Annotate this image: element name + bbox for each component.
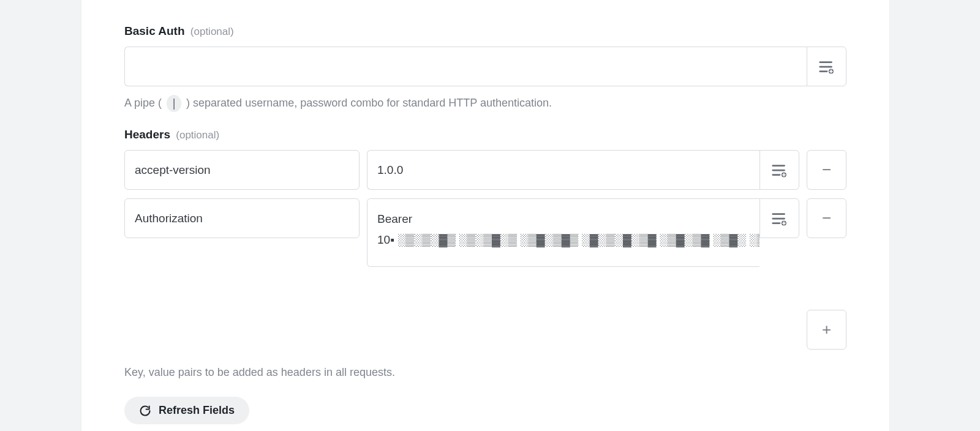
basic-auth-input[interactable] [124, 47, 807, 86]
headers-optional: (optional) [176, 129, 219, 141]
basic-auth-helper-suffix: ) separated username, password combo for… [186, 97, 552, 109]
refresh-icon [139, 405, 151, 417]
refresh-fields-label: Refresh Fields [159, 404, 235, 417]
form-panel: Basic Auth (optional) [81, 0, 889, 431]
headers-label: Headers (optional) [124, 128, 846, 141]
basic-auth-insert-button[interactable] [807, 47, 846, 86]
headers-label-text: Headers [124, 128, 170, 141]
insert-data-icon [771, 161, 789, 179]
header-value-input[interactable] [367, 198, 760, 267]
minus-icon: − [822, 209, 831, 228]
header-key-input[interactable] [124, 150, 360, 190]
basic-auth-helper-prefix: A pipe ( [124, 97, 162, 109]
header-value-insert-button[interactable] [760, 150, 799, 190]
header-key-input[interactable] [124, 198, 360, 238]
remove-row-button[interactable]: − [807, 150, 846, 190]
headers-helper: Key, value pairs to be added as headers … [124, 364, 846, 381]
header-value-insert-button[interactable] [760, 198, 799, 238]
remove-row-button[interactable]: − [807, 198, 846, 238]
basic-auth-helper: A pipe ( | ) separated username, passwor… [124, 95, 846, 112]
minus-icon: − [822, 160, 831, 179]
header-row: − [124, 150, 846, 190]
plus-icon: + [822, 320, 831, 339]
refresh-fields-button[interactable]: Refresh Fields [124, 397, 249, 424]
insert-data-icon [818, 58, 836, 76]
header-row: − [124, 198, 846, 267]
basic-auth-label-text: Basic Auth [124, 24, 185, 37]
header-value-input[interactable] [367, 150, 760, 190]
basic-auth-label: Basic Auth (optional) [124, 24, 846, 38]
basic-auth-optional: (optional) [190, 26, 234, 37]
insert-data-icon [771, 209, 789, 228]
add-row-button[interactable]: + [807, 310, 846, 350]
pipe-char: | [167, 95, 181, 112]
